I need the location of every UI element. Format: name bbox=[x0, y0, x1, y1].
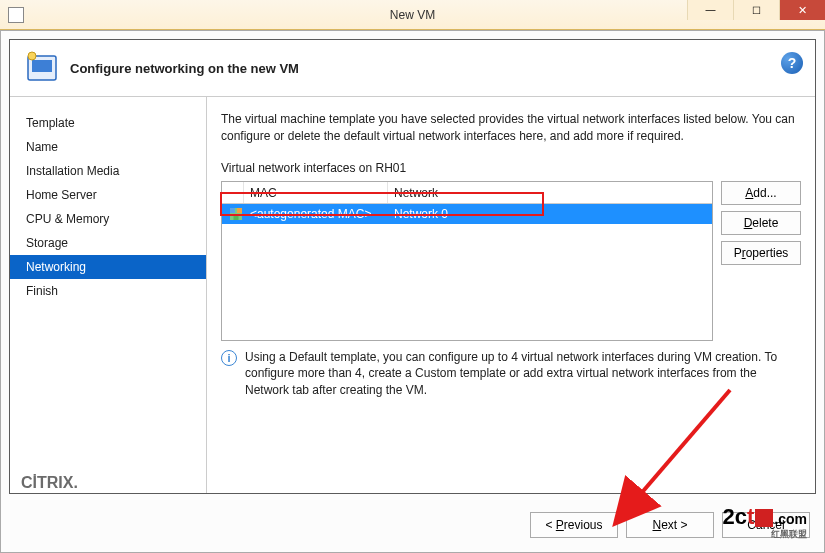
minimize-button[interactable] bbox=[687, 0, 733, 20]
row-icon-cell bbox=[222, 208, 244, 220]
table-row[interactable]: <autogenerated MAC> Network 0 bbox=[222, 204, 712, 224]
step-finish[interactable]: Finish bbox=[10, 279, 206, 303]
table-header: MAC Network bbox=[222, 182, 712, 204]
svg-point-2 bbox=[28, 52, 36, 60]
dialog-header: Configure networking on the new VM ? bbox=[10, 40, 815, 96]
network-icon bbox=[230, 208, 242, 220]
info-icon: i bbox=[221, 350, 237, 366]
col-icon bbox=[222, 182, 244, 203]
svg-rect-1 bbox=[32, 60, 52, 72]
description-text: The virtual machine template you have se… bbox=[221, 111, 801, 145]
step-networking[interactable]: Networking bbox=[10, 255, 206, 279]
info-text: Using a Default template, you can config… bbox=[245, 349, 801, 399]
next-button[interactable]: Next > bbox=[626, 512, 714, 538]
wizard-buttons: < Previous Next > Cancel bbox=[530, 512, 810, 538]
dialog-frame: Configure networking on the new VM ? Tem… bbox=[0, 30, 825, 553]
previous-button[interactable]: < Previous bbox=[530, 512, 618, 538]
help-icon[interactable]: ? bbox=[781, 52, 803, 74]
step-installation-media[interactable]: Installation Media bbox=[10, 159, 206, 183]
vm-icon bbox=[24, 50, 60, 86]
main-panel: The virtual machine template you have se… bbox=[206, 96, 815, 493]
window-controls bbox=[687, 0, 825, 20]
col-network[interactable]: Network bbox=[388, 182, 712, 203]
properties-button[interactable]: Properties bbox=[721, 241, 801, 265]
col-mac[interactable]: MAC bbox=[244, 182, 388, 203]
cancel-button[interactable]: Cancel bbox=[722, 512, 810, 538]
dialog-inner: Configure networking on the new VM ? Tem… bbox=[9, 39, 816, 494]
add-button[interactable]: Add... bbox=[721, 181, 801, 205]
step-template[interactable]: Template bbox=[10, 111, 206, 135]
network-cell: Network 0 bbox=[388, 207, 712, 221]
close-button[interactable] bbox=[779, 0, 825, 20]
wizard-sidebar: Template Name Installation Media Home Se… bbox=[10, 96, 206, 493]
mac-cell: <autogenerated MAC> bbox=[244, 207, 388, 221]
info-row: i Using a Default template, you can conf… bbox=[221, 349, 801, 399]
svg-rect-5 bbox=[234, 215, 239, 220]
svg-rect-3 bbox=[230, 208, 235, 213]
svg-rect-4 bbox=[237, 208, 242, 213]
step-cpu-memory[interactable]: CPU & Memory bbox=[10, 207, 206, 231]
delete-button[interactable]: Delete bbox=[721, 211, 801, 235]
step-storage[interactable]: Storage bbox=[10, 231, 206, 255]
citrix-logo: CİTRIX. bbox=[21, 474, 78, 492]
table-label: Virtual network interfaces on RH01 bbox=[221, 161, 801, 175]
interfaces-table[interactable]: MAC Network <autogenerated MAC> Network … bbox=[221, 181, 713, 341]
title-bar: New VM bbox=[0, 0, 825, 30]
maximize-button[interactable] bbox=[733, 0, 779, 20]
header-title: Configure networking on the new VM bbox=[70, 61, 299, 76]
step-name[interactable]: Name bbox=[10, 135, 206, 159]
step-home-server[interactable]: Home Server bbox=[10, 183, 206, 207]
